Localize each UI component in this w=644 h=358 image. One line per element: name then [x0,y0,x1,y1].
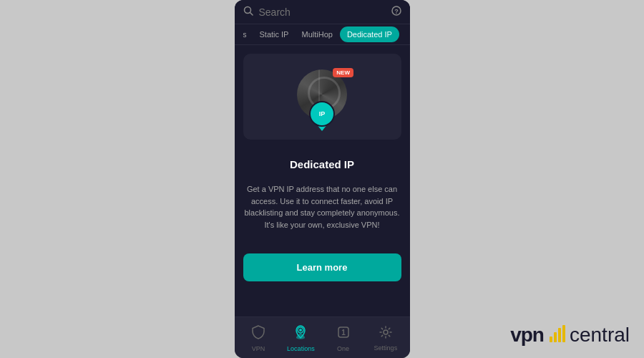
svg-point-5 [299,329,302,332]
svg-text:1: 1 [341,329,346,337]
svg-rect-11 [558,328,561,342]
nav-item-vpn[interactable]: VPN [243,325,274,352]
svg-rect-10 [554,332,557,342]
feature-description: Get a VPN IP address that no one else ca… [243,183,401,231]
nav-item-settings[interactable]: Settings [370,326,401,352]
svg-point-8 [384,330,388,334]
nav-item-locations[interactable]: Locations [285,325,316,352]
ip-badge: IP [309,101,335,127]
tabs-bar: s Static IP MultiHop Dedicated IP [235,24,410,45]
app-window: ? s Static IP MultiHop Dedicated IP NEW [235,0,410,358]
content-wrapper: NEW IP Dedicated IP Get a VPN IP address… [243,54,401,281]
svg-text:?: ? [394,8,399,15]
tab-servers[interactable]: s [238,25,253,44]
search-input[interactable] [259,6,386,18]
nav-label-one: One [337,345,349,352]
watermark: vpn central [510,324,630,347]
svg-line-1 [250,13,253,16]
shield-icon [252,325,265,343]
tab-multihop[interactable]: MultiHop [296,24,338,44]
search-icon [243,6,253,18]
dedicated-ip-icon: NEW IP [293,69,351,127]
app-container: ? s Static IP MultiHop Dedicated IP NEW [0,0,644,358]
nav-item-one[interactable]: 1 One [328,325,359,352]
location-pin-icon [295,325,306,343]
main-content: NEW IP Dedicated IP Get a VPN IP address… [235,45,410,316]
svg-rect-9 [550,337,552,342]
nav-label-settings: Settings [374,344,398,352]
feature-title: Dedicated IP [290,158,354,170]
one-icon: 1 [337,325,350,343]
nav-label-locations: Locations [287,345,315,352]
new-badge: NEW [333,68,353,77]
nav-label-vpn: VPN [252,345,265,352]
watermark-central-text: central [570,324,630,347]
bottom-nav: VPN Locations 1 [235,316,410,358]
watermark-signal-icon [548,324,565,347]
gear-icon [379,326,392,342]
svg-rect-12 [562,325,565,342]
help-icon[interactable]: ? [391,6,401,18]
search-bar: ? [235,0,410,24]
feature-banner: NEW IP [243,54,401,140]
learn-more-button[interactable]: Learn more [243,253,401,281]
tab-dedicated-ip[interactable]: Dedicated IP [340,26,399,42]
watermark-vpn-text: vpn [510,324,544,347]
tab-static-ip[interactable]: Static IP [254,24,295,44]
